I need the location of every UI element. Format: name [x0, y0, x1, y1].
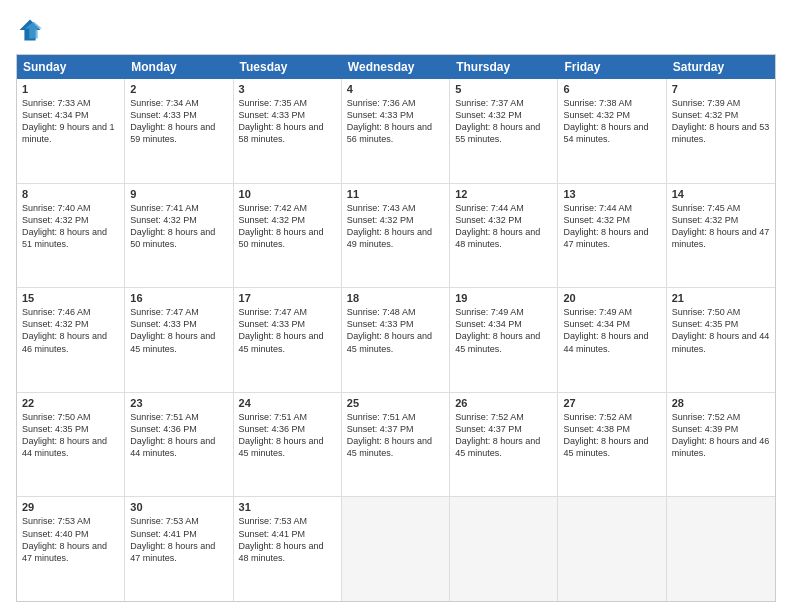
table-row: 20 Sunrise: 7:49 AMSunset: 4:34 PMDaylig… [558, 288, 666, 392]
cell-details: Sunrise: 7:51 AMSunset: 4:37 PMDaylight:… [347, 412, 432, 458]
table-row: 7 Sunrise: 7:39 AMSunset: 4:32 PMDayligh… [667, 79, 775, 183]
cell-details: Sunrise: 7:51 AMSunset: 4:36 PMDaylight:… [239, 412, 324, 458]
table-row [450, 497, 558, 601]
cell-details: Sunrise: 7:34 AMSunset: 4:33 PMDaylight:… [130, 98, 215, 144]
table-row: 3 Sunrise: 7:35 AMSunset: 4:33 PMDayligh… [234, 79, 342, 183]
day-number: 31 [239, 501, 336, 513]
table-row: 29 Sunrise: 7:53 AMSunset: 4:40 PMDaylig… [17, 497, 125, 601]
table-row: 17 Sunrise: 7:47 AMSunset: 4:33 PMDaylig… [234, 288, 342, 392]
calendar-week-1: 1 Sunrise: 7:33 AMSunset: 4:34 PMDayligh… [17, 79, 775, 184]
day-number: 15 [22, 292, 119, 304]
day-number: 30 [130, 501, 227, 513]
table-row: 27 Sunrise: 7:52 AMSunset: 4:38 PMDaylig… [558, 393, 666, 497]
day-number: 23 [130, 397, 227, 409]
header-friday: Friday [558, 55, 666, 79]
cell-details: Sunrise: 7:33 AMSunset: 4:34 PMDaylight:… [22, 98, 115, 144]
table-row: 21 Sunrise: 7:50 AMSunset: 4:35 PMDaylig… [667, 288, 775, 392]
cell-details: Sunrise: 7:46 AMSunset: 4:32 PMDaylight:… [22, 307, 107, 353]
page: Sunday Monday Tuesday Wednesday Thursday… [0, 0, 792, 612]
cell-details: Sunrise: 7:43 AMSunset: 4:32 PMDaylight:… [347, 203, 432, 249]
day-number: 10 [239, 188, 336, 200]
cell-details: Sunrise: 7:52 AMSunset: 4:37 PMDaylight:… [455, 412, 540, 458]
day-number: 12 [455, 188, 552, 200]
cell-details: Sunrise: 7:38 AMSunset: 4:32 PMDaylight:… [563, 98, 648, 144]
header-monday: Monday [125, 55, 233, 79]
header-thursday: Thursday [450, 55, 558, 79]
table-row: 4 Sunrise: 7:36 AMSunset: 4:33 PMDayligh… [342, 79, 450, 183]
day-number: 29 [22, 501, 119, 513]
cell-details: Sunrise: 7:39 AMSunset: 4:32 PMDaylight:… [672, 98, 770, 144]
cell-details: Sunrise: 7:50 AMSunset: 4:35 PMDaylight:… [672, 307, 770, 353]
header-sunday: Sunday [17, 55, 125, 79]
day-number: 8 [22, 188, 119, 200]
table-row: 10 Sunrise: 7:42 AMSunset: 4:32 PMDaylig… [234, 184, 342, 288]
cell-details: Sunrise: 7:50 AMSunset: 4:35 PMDaylight:… [22, 412, 107, 458]
calendar-body: 1 Sunrise: 7:33 AMSunset: 4:34 PMDayligh… [17, 79, 775, 601]
day-number: 9 [130, 188, 227, 200]
table-row [558, 497, 666, 601]
day-number: 16 [130, 292, 227, 304]
table-row: 12 Sunrise: 7:44 AMSunset: 4:32 PMDaylig… [450, 184, 558, 288]
table-row [342, 497, 450, 601]
day-number: 26 [455, 397, 552, 409]
table-row: 18 Sunrise: 7:48 AMSunset: 4:33 PMDaylig… [342, 288, 450, 392]
cell-details: Sunrise: 7:49 AMSunset: 4:34 PMDaylight:… [563, 307, 648, 353]
day-number: 7 [672, 83, 770, 95]
day-number: 20 [563, 292, 660, 304]
day-number: 18 [347, 292, 444, 304]
table-row: 15 Sunrise: 7:46 AMSunset: 4:32 PMDaylig… [17, 288, 125, 392]
day-number: 28 [672, 397, 770, 409]
day-number: 22 [22, 397, 119, 409]
calendar-week-4: 22 Sunrise: 7:50 AMSunset: 4:35 PMDaylig… [17, 393, 775, 498]
cell-details: Sunrise: 7:52 AMSunset: 4:38 PMDaylight:… [563, 412, 648, 458]
day-number: 6 [563, 83, 660, 95]
logo [16, 16, 46, 44]
table-row: 11 Sunrise: 7:43 AMSunset: 4:32 PMDaylig… [342, 184, 450, 288]
table-row: 9 Sunrise: 7:41 AMSunset: 4:32 PMDayligh… [125, 184, 233, 288]
header [16, 16, 776, 44]
calendar-header: Sunday Monday Tuesday Wednesday Thursday… [17, 55, 775, 79]
header-wednesday: Wednesday [342, 55, 450, 79]
calendar-week-2: 8 Sunrise: 7:40 AMSunset: 4:32 PMDayligh… [17, 184, 775, 289]
cell-details: Sunrise: 7:44 AMSunset: 4:32 PMDaylight:… [563, 203, 648, 249]
table-row: 16 Sunrise: 7:47 AMSunset: 4:33 PMDaylig… [125, 288, 233, 392]
cell-details: Sunrise: 7:44 AMSunset: 4:32 PMDaylight:… [455, 203, 540, 249]
cell-details: Sunrise: 7:35 AMSunset: 4:33 PMDaylight:… [239, 98, 324, 144]
cell-details: Sunrise: 7:41 AMSunset: 4:32 PMDaylight:… [130, 203, 215, 249]
cell-details: Sunrise: 7:45 AMSunset: 4:32 PMDaylight:… [672, 203, 770, 249]
day-number: 24 [239, 397, 336, 409]
table-row: 5 Sunrise: 7:37 AMSunset: 4:32 PMDayligh… [450, 79, 558, 183]
table-row: 22 Sunrise: 7:50 AMSunset: 4:35 PMDaylig… [17, 393, 125, 497]
cell-details: Sunrise: 7:53 AMSunset: 4:41 PMDaylight:… [239, 516, 324, 562]
day-number: 5 [455, 83, 552, 95]
cell-details: Sunrise: 7:52 AMSunset: 4:39 PMDaylight:… [672, 412, 770, 458]
calendar-week-3: 15 Sunrise: 7:46 AMSunset: 4:32 PMDaylig… [17, 288, 775, 393]
table-row: 8 Sunrise: 7:40 AMSunset: 4:32 PMDayligh… [17, 184, 125, 288]
table-row: 6 Sunrise: 7:38 AMSunset: 4:32 PMDayligh… [558, 79, 666, 183]
cell-details: Sunrise: 7:49 AMSunset: 4:34 PMDaylight:… [455, 307, 540, 353]
cell-details: Sunrise: 7:53 AMSunset: 4:41 PMDaylight:… [130, 516, 215, 562]
table-row: 25 Sunrise: 7:51 AMSunset: 4:37 PMDaylig… [342, 393, 450, 497]
table-row: 26 Sunrise: 7:52 AMSunset: 4:37 PMDaylig… [450, 393, 558, 497]
day-number: 19 [455, 292, 552, 304]
day-number: 3 [239, 83, 336, 95]
table-row: 13 Sunrise: 7:44 AMSunset: 4:32 PMDaylig… [558, 184, 666, 288]
table-row: 28 Sunrise: 7:52 AMSunset: 4:39 PMDaylig… [667, 393, 775, 497]
day-number: 14 [672, 188, 770, 200]
cell-details: Sunrise: 7:48 AMSunset: 4:33 PMDaylight:… [347, 307, 432, 353]
day-number: 27 [563, 397, 660, 409]
day-number: 17 [239, 292, 336, 304]
cell-details: Sunrise: 7:47 AMSunset: 4:33 PMDaylight:… [130, 307, 215, 353]
day-number: 4 [347, 83, 444, 95]
calendar-week-5: 29 Sunrise: 7:53 AMSunset: 4:40 PMDaylig… [17, 497, 775, 601]
logo-icon [16, 16, 44, 44]
calendar: Sunday Monday Tuesday Wednesday Thursday… [16, 54, 776, 602]
header-saturday: Saturday [667, 55, 775, 79]
cell-details: Sunrise: 7:42 AMSunset: 4:32 PMDaylight:… [239, 203, 324, 249]
day-number: 21 [672, 292, 770, 304]
day-number: 1 [22, 83, 119, 95]
table-row: 1 Sunrise: 7:33 AMSunset: 4:34 PMDayligh… [17, 79, 125, 183]
table-row: 2 Sunrise: 7:34 AMSunset: 4:33 PMDayligh… [125, 79, 233, 183]
day-number: 11 [347, 188, 444, 200]
table-row: 31 Sunrise: 7:53 AMSunset: 4:41 PMDaylig… [234, 497, 342, 601]
